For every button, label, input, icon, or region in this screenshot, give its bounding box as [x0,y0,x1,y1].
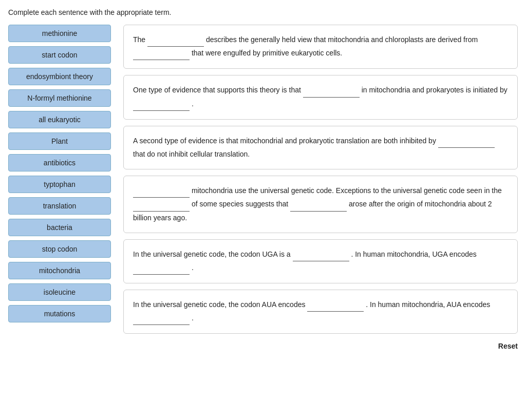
sentences-column: The describes the generally held view th… [123,25,518,334]
term-button-5[interactable]: Plant [8,132,111,150]
main-layout: methioninestart codonendosymbiont theory… [8,25,518,334]
sentence-box-0: The describes the generally held view th… [123,25,518,69]
term-button-9[interactable]: bacteria [8,219,111,236]
term-button-12[interactable]: isoleucine [8,283,111,301]
term-button-11[interactable]: mitochondria [8,262,111,279]
term-button-7[interactable]: typtophan [8,176,111,193]
terms-column: methioninestart codonendosymbiont theory… [8,25,111,322]
blank-4-2 [133,261,190,275]
blank-0-1 [147,33,204,47]
term-button-4[interactable]: all eukaryotic [8,111,111,128]
blank-5-2 [133,312,190,325]
term-button-2[interactable]: endosymbiont theory [8,68,111,85]
term-button-0[interactable]: methionine [8,25,111,42]
blank-0-2 [133,47,190,60]
sentence-box-3: mitochondria use the universal genetic c… [123,176,518,233]
blank-3-2 [133,198,190,211]
sentence-box-4: In the universal genetic code, the codon… [123,239,518,283]
term-button-6[interactable]: antibiotics [8,154,111,171]
term-button-1[interactable]: start codon [8,46,111,64]
term-button-13[interactable]: mutations [8,305,111,322]
term-button-3[interactable]: N-formyl methionine [8,89,111,107]
instruction: Complete each sentence with the appropri… [8,8,518,16]
blank-3-1 [133,184,190,198]
blank-1-2 [133,98,190,111]
term-button-10[interactable]: stop codon [8,240,111,258]
term-button-8[interactable]: translation [8,197,111,215]
blank-4-1 [293,248,349,261]
blank-1-1 [303,84,360,97]
sentence-box-5: In the universal genetic code, the codon… [123,290,518,334]
blank-3-3 [290,198,347,211]
sentence-box-2: A second type of evidence is that mitoch… [123,126,518,169]
blank-5-1 [307,298,364,312]
footer: Reset [8,342,518,350]
blank-2-1 [438,135,495,148]
sentence-box-1: One type of evidence that supports this … [123,75,518,119]
reset-button[interactable]: Reset [498,342,518,350]
